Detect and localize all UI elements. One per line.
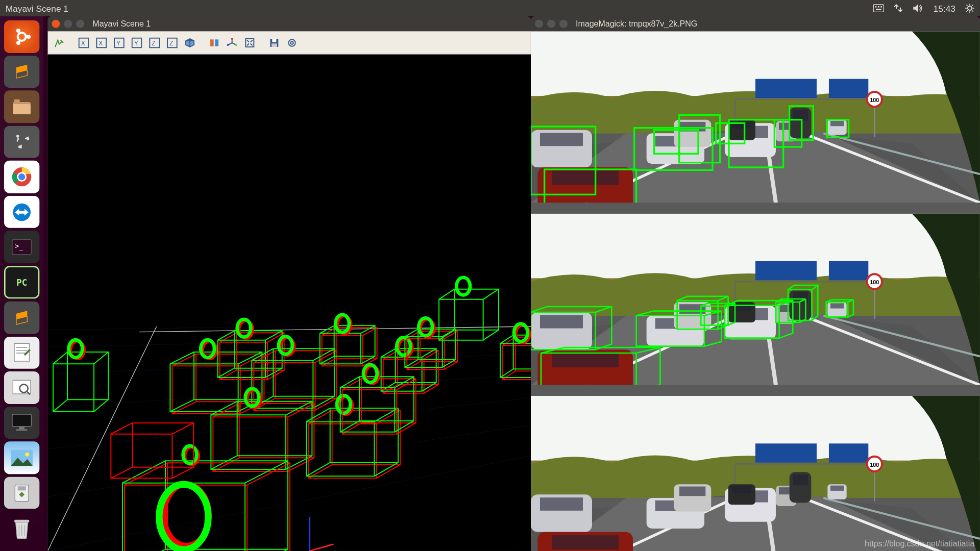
launcher-chrome[interactable] [4,161,39,193]
svg-rect-109 [540,133,583,146]
launcher-monitor[interactable] [4,407,39,439]
detection-panel-3d: 100 [531,214,980,396]
svg-rect-35 [18,486,26,490]
svg-rect-111 [552,170,619,185]
toolbar-config-icon[interactable] [284,35,299,50]
svg-point-13 [16,134,19,137]
svg-point-6 [18,33,26,41]
svg-rect-179 [732,486,751,493]
svg-line-70 [47,327,156,551]
network-indicator-icon[interactable] [894,4,903,13]
launcher-files[interactable] [4,91,39,123]
svg-rect-28 [12,415,31,427]
svg-rect-57 [246,38,254,46]
svg-text:100: 100 [870,462,879,468]
svg-rect-138 [755,261,817,280]
svg-point-5 [968,6,972,10]
toolbar-view-plusx-icon[interactable]: X [76,35,91,50]
imagemagick-viewport[interactable]: 100 100 100 https://blog.csdn.net/tiatia… [531,31,980,551]
svg-rect-53 [215,39,218,46]
launcher-text-editor[interactable] [4,336,39,368]
window-close-icon[interactable] [52,20,60,28]
clock-text[interactable]: 15:43 [934,3,955,13]
system-gear-icon[interactable] [965,4,975,13]
launcher-pycharm[interactable]: PC [4,266,39,298]
pycharm-label: PC [16,277,27,287]
window-close-icon[interactable] [535,20,543,28]
svg-point-54 [231,37,233,39]
desktop: Mayavi Scene 1 X X Y Y Z Z [43,16,980,551]
svg-rect-52 [210,39,214,46]
toolbar-isometric-icon[interactable] [182,35,197,50]
window-maximize-icon[interactable] [76,20,84,28]
svg-point-56 [227,43,229,45]
svg-rect-175 [679,487,705,496]
toolbar-view-minusx-icon[interactable]: X [94,35,109,50]
launcher-sublime-2[interactable] [4,302,39,334]
launcher-disk[interactable] [4,477,39,509]
svg-text:>_: >_ [15,242,23,251]
toolbar-view-minusz-icon[interactable]: Z [165,35,180,50]
toolbar-view-plusz-icon[interactable]: Z [147,35,162,50]
toolbar-save-icon[interactable] [267,35,282,50]
launcher-sublime[interactable] [4,56,39,88]
svg-rect-1 [875,6,877,8]
launcher-image-viewer[interactable] [4,371,39,404]
svg-line-68 [47,425,531,496]
launcher-teamviewer[interactable] [4,196,39,228]
mayavi-toolbar: X X Y Y Z Z [47,31,531,54]
svg-point-14 [27,137,29,140]
svg-rect-125 [830,121,844,126]
svg-rect-185 [830,486,844,491]
svg-rect-3 [881,6,883,8]
mayavi-3d-viewport[interactable] [47,55,531,551]
svg-point-88 [456,278,470,295]
imagemagick-titlebar[interactable]: ImageMagick: tmpqx87v_2k.PNG [531,16,980,31]
svg-rect-12 [13,104,31,114]
svg-point-55 [235,43,237,45]
svg-point-33 [25,453,29,457]
svg-rect-103 [755,79,817,98]
active-window-title: Mayavi Scene 1 [6,3,68,13]
svg-rect-60 [272,43,277,47]
launcher-trash[interactable] [4,512,39,544]
svg-text:100: 100 [870,97,879,103]
launcher-ubuntu-dash[interactable] [4,20,39,53]
svg-rect-164 [829,443,868,462]
launcher-picture[interactable] [4,442,39,474]
svg-text:Z: Z [152,40,155,47]
unity-launcher: >_ PC [0,16,43,551]
window-minimize-icon[interactable] [64,20,72,28]
svg-line-67 [47,398,531,449]
keyboard-indicator-icon[interactable] [873,4,884,12]
detection-panel-raw: 100 [531,396,980,551]
svg-rect-144 [540,315,583,329]
svg-rect-169 [540,497,583,511]
svg-rect-4 [876,9,882,10]
toolbar-fullscreen-icon[interactable] [242,35,257,50]
toolbar-parallel-icon[interactable] [207,35,222,50]
svg-point-61 [288,39,295,46]
menu-bar: Mayavi Scene 1 15:43 [0,0,980,16]
launcher-terminal[interactable]: >_ [4,231,39,263]
window-minimize-icon[interactable] [547,20,555,28]
toolbar-view-minusy-icon[interactable]: Y [129,35,144,50]
svg-rect-183 [793,474,808,485]
svg-rect-36 [14,520,29,522]
imagemagick-title: ImageMagick: tmpqx87v_2k.PNG [576,19,697,29]
toolbar-view-plusy-icon[interactable]: Y [112,35,127,50]
window-maximize-icon[interactable] [559,20,568,28]
mayavi-titlebar[interactable]: Mayavi Scene 1 [47,16,531,31]
mayavi-window: Mayavi Scene 1 X X Y Y Z Z [47,16,531,551]
imagemagick-window: ImageMagick: tmpqx87v_2k.PNG 100 100 100… [531,16,980,551]
svg-point-17 [18,173,26,181]
launcher-settings[interactable] [4,126,39,158]
svg-point-7 [27,35,31,39]
toolbar-interact-icon[interactable] [52,35,66,50]
svg-point-15 [18,145,21,148]
svg-text:100: 100 [870,279,879,285]
svg-text:Y: Y [116,40,120,47]
svg-point-9 [16,41,20,45]
toolbar-axes-icon[interactable] [225,35,239,50]
sound-indicator-icon[interactable] [913,4,924,13]
